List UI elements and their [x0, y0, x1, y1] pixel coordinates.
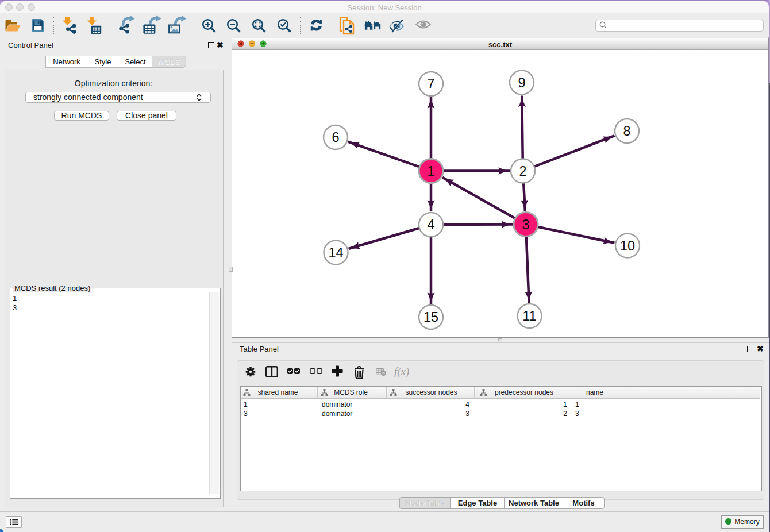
svg-text:4: 4: [427, 217, 434, 232]
svg-text:2: 2: [519, 164, 526, 179]
svg-text:8: 8: [623, 124, 630, 138]
svg-text:15: 15: [424, 310, 438, 325]
svg-text:11: 11: [522, 309, 536, 323]
svg-text:14: 14: [328, 245, 343, 260]
svg-text:7: 7: [427, 76, 434, 91]
svg-text:f(x): f(x): [394, 365, 409, 378]
svg-text:9: 9: [518, 75, 525, 90]
svg-text:6: 6: [332, 130, 339, 145]
svg-text:1: 1: [427, 164, 434, 179]
svg-text:10: 10: [620, 238, 635, 253]
svg-text:3: 3: [522, 217, 529, 232]
